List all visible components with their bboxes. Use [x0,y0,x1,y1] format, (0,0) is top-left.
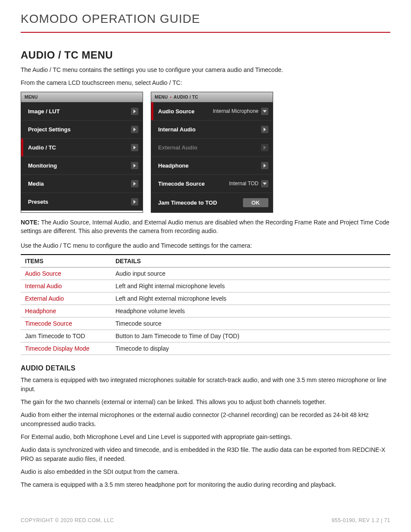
menu-item-headphone[interactable]: Headphone [151,156,273,174]
menu-item-label: Audio / TC [28,144,131,151]
menu-item-label: Headphone [158,162,261,169]
breadcrumb-leaf: AUDIO / TC [174,95,198,100]
menu-item-label: Audio Source [158,108,213,115]
footer-copyright: COPYRIGHT © 2020 RED.COM, LLC [21,517,114,523]
menu-item-label: Internal Audio [158,126,261,133]
audio-details-p6: Audio is also embedded in the SDI output… [21,467,390,476]
menu-item-label: Presets [28,199,131,205]
audio-details-p7: The camera is equipped with a 3.5 mm ste… [21,480,390,489]
table-detail: Timecode to display [111,342,390,355]
note-text: NOTE: The Audio Source, Internal Audio, … [21,218,390,236]
breadcrumb-separator-icon: › [170,95,172,100]
table-detail: Timecode source [111,317,390,330]
menu-item-audio-source[interactable]: Audio Source Internal Microphone [151,102,273,120]
menu-item-internal-audio[interactable]: Internal Audio [151,120,273,138]
table-row: Internal AudioLeft and Right internal mi… [21,280,390,292]
page-header-title: KOMODO OPERATION GUIDE [21,12,390,32]
menu-item-audio-tc[interactable]: Audio / TC [21,138,143,156]
menu-item-value: Internal Microphone [213,108,258,114]
table-item-link[interactable]: Headphone [21,305,111,317]
menu-panel-main: MENU Image / LUT Project Settings Audio … [21,92,143,213]
breadcrumb: MENU › AUDIO / TC [151,92,273,102]
page-footer: COPYRIGHT © 2020 RED.COM, LLC 955-0190, … [21,517,390,523]
menu-item-value: Internal TOD [229,180,258,187]
menu-item-monitoring[interactable]: Monitoring [21,156,143,174]
menu-item-project-settings[interactable]: Project Settings [21,120,143,138]
menu-panel-audio-tc: MENU › AUDIO / TC Audio Source Internal … [151,92,273,213]
table-row: Jam Timecode to TODButton to Jam Timecod… [21,330,390,342]
use-text: Use the Audio / TC menu to configure the… [21,241,390,250]
menu-item-label: Timecode Source [158,180,229,187]
footer-docinfo: 955-0190, REV 1.2 | 71 [332,517,390,523]
audio-details-p4: For External audio, both Microphone Leve… [21,432,390,441]
audio-details-p1: The camera is equipped with two integrat… [21,376,390,393]
table-row: Timecode Display ModeTimecode to display [21,342,390,355]
table-detail: Left and Right external microphone level… [111,292,390,305]
table-row: External AudioLeft and Right external mi… [21,292,390,305]
intro-text-2: From the camera LCD touchscreen menu, se… [21,78,390,87]
audio-details-heading: AUDIO DETAILS [21,364,390,372]
chevron-right-icon [261,144,268,151]
table-detail: Button to Jam Timecode to Time of Day (T… [111,330,390,342]
menu-item-external-audio: External Audio [151,138,273,156]
header-rule [21,32,390,33]
chevron-right-icon [131,144,138,151]
audio-details-p5: Audio data is synchronized with video an… [21,445,390,463]
table-item-link[interactable]: Timecode Source [21,317,111,330]
menu-item-label: Media [28,180,131,187]
menu-item-timecode-source[interactable]: Timecode Source Internal TOD [151,174,273,193]
note-body: The Audio Source, Internal Audio, and Ex… [21,219,389,234]
table-row: Timecode SourceTimecode source [21,317,390,330]
table-detail: Audio input source [111,268,390,280]
chevron-right-icon [131,108,138,115]
menu-item-label: Image / LUT [28,108,131,115]
menu-item-label: Project Settings [28,126,131,133]
chevron-right-icon [261,162,268,169]
items-details-table: ITEMS DETAILS Audio SourceAudio input so… [21,254,390,355]
table-item-link[interactable]: Internal Audio [21,280,111,292]
table-detail: Left and Right internal microphone level… [111,280,390,292]
note-prefix: NOTE: [21,219,40,226]
chevron-right-icon [131,162,138,169]
table-item-link[interactable]: Audio Source [21,268,111,280]
table-item: Jam Timecode to TOD [21,330,111,342]
table-row: HeadphoneHeadphone volume levels [21,305,390,317]
menu-header-main: MENU [21,92,143,102]
chevron-down-icon [261,108,268,115]
chevron-right-icon [131,180,138,187]
section-heading: AUDIO / TC MENU [21,49,390,61]
menu-screenshots-row: MENU Image / LUT Project Settings Audio … [21,92,390,213]
ok-button[interactable]: OK [243,198,269,207]
table-item-link[interactable]: External Audio [21,292,111,305]
audio-details-p3: Audio from either the internal microphon… [21,411,390,428]
table-head-items: ITEMS [21,255,111,268]
menu-item-label: External Audio [158,144,261,151]
breadcrumb-root: MENU [155,95,168,100]
audio-details-p2: The gain for the two channels (external … [21,398,390,406]
table-item-link[interactable]: Timecode Display Mode [21,342,111,355]
menu-item-presets[interactable]: Presets [21,193,143,211]
chevron-right-icon [131,126,138,133]
table-row: Audio SourceAudio input source [21,268,390,280]
chevron-down-icon [261,180,268,187]
menu-item-label: Jam Timecode to TOD [158,199,243,206]
intro-text-1: The Audio / TC menu contains the setting… [21,65,390,74]
menu-item-media[interactable]: Media [21,174,143,193]
table-detail: Headphone volume levels [111,305,390,317]
table-head-details: DETAILS [111,255,390,268]
chevron-right-icon [131,198,138,205]
menu-item-jam-timecode: Jam Timecode to TOD OK [151,193,273,212]
menu-item-label: Monitoring [28,162,131,169]
chevron-right-icon [261,126,268,133]
menu-item-image-lut[interactable]: Image / LUT [21,102,143,120]
